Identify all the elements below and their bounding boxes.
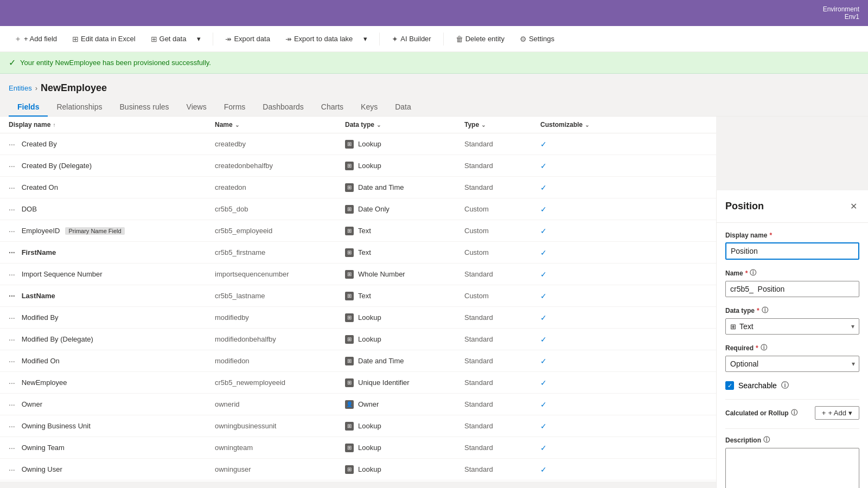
td-customizable: ✓	[540, 465, 616, 474]
table-row[interactable]: ··· PhoneNumber cr5b5_phonenumber ⊞ Phon…	[0, 480, 716, 481]
table-row[interactable]: ··· EmployeeID Primary Name Field cr5b5_…	[0, 220, 716, 242]
breadcrumb-separator: ›	[35, 84, 37, 92]
searchable-checkbox[interactable]: ✓	[725, 381, 734, 390]
td-customizable: ✓	[540, 140, 616, 149]
edit-excel-button[interactable]: ⊞ Edit data in Excel	[67, 31, 141, 47]
name-info-icon[interactable]: ⓘ	[750, 268, 756, 278]
table-row[interactable]: ··· Created By (Delegate) createdonbehal…	[0, 155, 716, 177]
row-dots[interactable]: ···	[9, 444, 15, 452]
export-data-button[interactable]: ↠ Export data	[220, 31, 276, 47]
table-row[interactable]: ··· Owner ownerid 👤 Owner Standard ✓	[0, 394, 716, 415]
row-dots[interactable]: ···	[9, 465, 15, 474]
dtype-icon: ⊞	[345, 270, 354, 279]
dtype-icon: ⊞	[345, 313, 354, 322]
breadcrumb: Entities › NewEmployee	[0, 74, 868, 94]
th-customizable[interactable]: Customizable ⌄	[540, 121, 616, 129]
td-data-type: ⊞ Date Only	[345, 205, 464, 214]
row-dots[interactable]: ···	[9, 248, 15, 257]
table-row[interactable]: ··· Created On createdon ⊞ Date and Time…	[0, 177, 716, 198]
searchable-group: ✓ Searchable ⓘ	[725, 381, 859, 390]
name-input[interactable]	[725, 281, 859, 297]
td-data-type: ⊞ Date and Time	[345, 183, 464, 192]
tab-data[interactable]: Data	[386, 98, 420, 117]
panel-close-button[interactable]: ✕	[848, 199, 859, 214]
td-name: cr5b5_lastname	[215, 292, 345, 300]
required-label: Required * ⓘ	[725, 343, 859, 352]
sort-chevron-dtype: ⌄	[376, 122, 381, 128]
export-lake-dropdown[interactable]: ▾	[362, 31, 373, 46]
success-icon: ✓	[9, 57, 16, 68]
table-row[interactable]: ··· Owning Team owningteam ⊞ Lookup Stan…	[0, 437, 716, 459]
required-select[interactable]: Optional Required	[725, 356, 859, 372]
table-row[interactable]: ··· Created By createdby ⊞ Lookup Standa…	[0, 133, 716, 155]
row-dots[interactable]: ···	[9, 227, 15, 235]
delete-entity-button[interactable]: 🗑 Delete entity	[450, 31, 510, 47]
env-label: Environment	[823, 5, 859, 13]
dtype-info-icon[interactable]: ⓘ	[762, 306, 768, 315]
table-row[interactable]: ··· LastName cr5b5_lastname ⊞ Text Custo…	[0, 285, 716, 307]
tab-business-rules[interactable]: Business rules	[111, 98, 178, 117]
searchable-info-icon[interactable]: ⓘ	[781, 381, 789, 390]
tab-relationships[interactable]: Relationships	[48, 98, 111, 117]
breadcrumb-entities-link[interactable]: Entities	[9, 84, 32, 92]
calc-rollup-row: Calculated or Rollup ⓘ + + Add ▾	[725, 406, 859, 420]
table-row[interactable]: ··· NewEmployee cr5b5_newemployeeid ⊞ Un…	[0, 372, 716, 394]
table-row[interactable]: ··· Owning Business Unit owningbusinessu…	[0, 415, 716, 437]
ai-builder-button[interactable]: ✦ AI Builder	[386, 31, 436, 47]
th-display-name[interactable]: Display name ↑	[9, 121, 215, 129]
toolbar-divider-2	[379, 33, 380, 46]
td-data-type: ⊞ Text	[345, 227, 464, 235]
tab-charts[interactable]: Charts	[312, 98, 352, 117]
calc-info-icon[interactable]: ⓘ	[791, 408, 797, 418]
data-type-select[interactable]: ⊞ Text ▾	[725, 318, 859, 335]
td-data-type: ⊞ Date and Time	[345, 357, 464, 365]
add-calculated-button[interactable]: + + Add ▾	[815, 406, 859, 420]
table-row[interactable]: ··· Modified By (Delegate) modifiedonbeh…	[0, 329, 716, 350]
tab-views[interactable]: Views	[178, 98, 215, 117]
td-display-name: ··· DOB	[9, 205, 215, 214]
description-info-icon[interactable]: ⓘ	[763, 435, 770, 445]
required-info-icon[interactable]: ⓘ	[761, 343, 767, 352]
row-dots[interactable]: ···	[9, 183, 15, 192]
row-dots[interactable]: ···	[9, 378, 15, 387]
required-select-wrapper: Optional Required ▾	[725, 356, 859, 372]
table-row[interactable]: ··· Modified On modifiedon ⊞ Date and Ti…	[0, 350, 716, 372]
table-row[interactable]: ··· FirstName cr5b5_firstname ⊞ Text Cus…	[0, 242, 716, 264]
row-dots[interactable]: ···	[9, 292, 15, 300]
data-type-select-wrapper: ⊞ Text ▾	[725, 318, 859, 335]
tab-forms[interactable]: Forms	[215, 98, 254, 117]
table-row[interactable]: ··· Owning User owninguser ⊞ Lookup Stan…	[0, 459, 716, 480]
td-customizable: ✓	[540, 357, 616, 365]
settings-button[interactable]: ⚙ Settings	[514, 31, 560, 47]
row-dots[interactable]: ···	[9, 400, 15, 409]
add-field-button[interactable]: ＋ + Add field	[9, 31, 62, 47]
description-input[interactable]	[725, 448, 859, 488]
table-row[interactable]: ··· Modified By modifiedby ⊞ Lookup Stan…	[0, 307, 716, 329]
row-dots[interactable]: ···	[9, 357, 15, 365]
tab-fields[interactable]: Fields	[9, 98, 48, 117]
row-dots[interactable]: ···	[9, 205, 15, 214]
data-type-group: Data type * ⓘ ⊞ Text ▾	[725, 306, 859, 335]
row-dots[interactable]: ···	[9, 422, 15, 431]
table-row[interactable]: ··· Import Sequence Number importsequenc…	[0, 264, 716, 285]
td-type: Standard	[464, 270, 540, 278]
description-group: Description ⓘ	[725, 435, 859, 488]
row-dots[interactable]: ···	[9, 162, 15, 170]
export-lake-button[interactable]: ↠ Export to data lake	[280, 31, 358, 47]
th-name[interactable]: Name ⌄	[215, 121, 345, 129]
get-data-dropdown[interactable]: ▾	[196, 31, 206, 46]
tab-keys[interactable]: Keys	[352, 98, 386, 117]
breadcrumb-current: NewEmployee	[41, 82, 107, 94]
get-data-button[interactable]: ⊞ Get data	[145, 31, 192, 47]
tab-dashboards[interactable]: Dashboards	[254, 98, 312, 117]
row-dots[interactable]: ···	[9, 140, 15, 149]
row-dots[interactable]: ···	[9, 335, 15, 344]
row-dots[interactable]: ···	[9, 313, 15, 322]
table-row[interactable]: ··· DOB cr5b5_dob ⊞ Date Only Custom ✓	[0, 198, 716, 220]
td-display-name: ··· Created On	[9, 183, 215, 192]
display-name-input[interactable]	[725, 242, 859, 260]
row-dots[interactable]: ···	[9, 270, 15, 279]
check-icon: ✓	[540, 335, 547, 344]
th-type[interactable]: Type ⌄	[464, 121, 540, 129]
th-data-type[interactable]: Data type ⌄	[345, 121, 464, 129]
